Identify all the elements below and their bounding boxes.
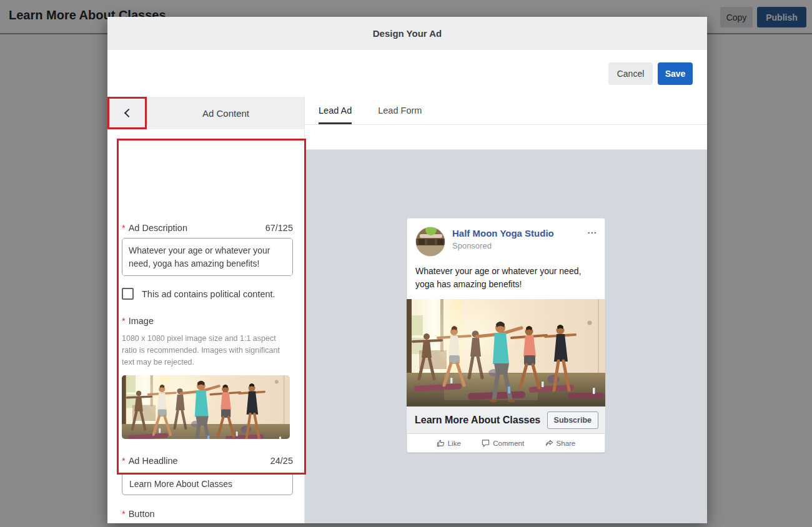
required-asterisk: *	[122, 316, 126, 326]
description-input[interactable]: Whatever your age or whatever your need,…	[122, 238, 293, 276]
political-content-row: This ad contains political content.	[122, 288, 293, 300]
fb-comment-button[interactable]: Comment	[482, 439, 524, 447]
comment-icon	[482, 439, 490, 447]
political-content-label: This ad contains political content.	[142, 289, 275, 299]
preview-tabs: Lead Ad Lead Form	[305, 97, 707, 125]
tab-lead-form[interactable]: Lead Form	[378, 97, 422, 124]
headline-label: *Ad Headline	[122, 456, 178, 466]
fb-action-bar: Like Comment Share	[407, 433, 605, 452]
fb-share-button[interactable]: Share	[545, 439, 576, 447]
preview-panel: Lead Ad Lead Form Half Moon Yoga Studio …	[305, 97, 707, 523]
preview-subheader	[305, 125, 707, 150]
thumbs-up-icon	[437, 439, 445, 447]
preview-canvas: Half Moon Yoga Studio Sponsored ... What…	[305, 150, 707, 523]
fb-headline-row: Learn More About Classes Subscribe	[407, 406, 605, 433]
fb-ad-headline: Learn More About Classes	[415, 415, 540, 426]
political-content-checkbox[interactable]	[122, 288, 134, 300]
modal-toolbar: Cancel Save	[107, 50, 707, 97]
headline-label-row: *Ad Headline 24/25	[122, 455, 293, 467]
cancel-button[interactable]: Cancel	[608, 62, 653, 85]
ad-content-title: Ad Content	[147, 97, 305, 129]
ad-content-form: *Ad Description 67/125 Whatever your age…	[122, 222, 293, 527]
description-counter: 67/125	[265, 223, 293, 233]
back-button[interactable]	[107, 97, 147, 129]
fb-sponsored-label: Sponsored	[452, 241, 492, 250]
image-helper-text: 1080 x 1080 pixel image size and 1:1 asp…	[122, 333, 292, 368]
description-label-row: *Ad Description 67/125	[122, 222, 293, 234]
app-root: Learn More About Classes Copy Publish De…	[0, 0, 812, 527]
ad-content-panel: Ad Content *Ad Description 67/125 Whatev…	[107, 97, 305, 523]
ellipsis-menu-icon[interactable]: ...	[587, 225, 597, 235]
ad-content-header: Ad Content	[107, 97, 304, 129]
tab-lead-ad[interactable]: Lead Ad	[319, 97, 352, 124]
description-label: *Ad Description	[122, 223, 187, 233]
avatar	[415, 227, 445, 257]
modal-title: Design Your Ad	[373, 28, 442, 39]
save-button[interactable]: Save	[658, 62, 693, 85]
chevron-left-icon	[124, 109, 132, 117]
fb-page-name[interactable]: Half Moon Yoga Studio	[452, 228, 554, 239]
ad-image-thumbnail[interactable]	[122, 375, 290, 439]
required-asterisk: *	[122, 456, 126, 466]
required-asterisk: *	[122, 223, 126, 233]
fb-card-header: Half Moon Yoga Studio Sponsored ...	[407, 219, 605, 261]
image-label: *Image	[122, 316, 154, 326]
design-ad-modal: Design Your Ad Cancel Save Ad Content *A…	[107, 17, 707, 523]
headline-counter: 24/25	[270, 456, 293, 466]
button-label-row: *Button	[122, 508, 293, 520]
modal-header: Design Your Ad	[107, 17, 707, 50]
image-label-row: *Image	[122, 315, 293, 327]
facebook-ad-preview-card: Half Moon Yoga Studio Sponsored ... What…	[407, 218, 605, 453]
fb-cta-button[interactable]: Subscribe	[547, 411, 598, 429]
headline-input[interactable]	[122, 473, 293, 495]
button-label: *Button	[122, 509, 155, 519]
share-icon	[545, 439, 553, 447]
fb-ad-image	[407, 299, 605, 406]
fb-ad-text: Whatever your age or whatever your need,…	[407, 261, 605, 299]
required-asterisk: *	[122, 509, 126, 519]
fb-like-button[interactable]: Like	[437, 439, 461, 447]
